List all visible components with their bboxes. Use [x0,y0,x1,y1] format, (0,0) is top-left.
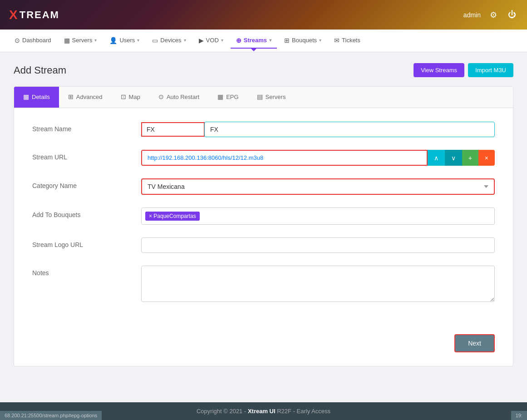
notes-textarea[interactable] [141,266,495,302]
footer-version-text: R22F - Early Access [277,408,330,415]
sidebar-item-users[interactable]: 👤 Users ▾ [104,33,145,49]
category-name-select[interactable]: TV Mexicana [141,178,495,195]
bouquet-tag-label: × PaqueCompartas [149,213,196,219]
stream-name-label: Stream Name [32,122,141,133]
add-to-bouquets-row: Add To Bouquets × PaqueCompartas [32,208,495,225]
url-remove-button[interactable]: × [478,150,495,166]
category-name-row: Category Name TV Mexicana [32,178,495,195]
stream-logo-url-input[interactable] [141,237,495,253]
nav-tickets-label: Tickets [342,37,360,44]
stream-name-highlight-box: FX [141,122,205,137]
stream-url-row: Stream URL http://192.168.200.136:8060/h… [32,150,495,166]
status-bar: 68.200.21:25500/stream.php#epg-options [0,411,102,420]
auto-restart-tab-icon: ⊙ [158,93,164,100]
nav-users-label: Users [119,37,135,44]
tab-map-label: Map [129,94,140,100]
main-content: Add Stream View Streams Import M3U ▦ Det… [0,52,527,377]
stream-url-control: http://192.168.200.136:8060/hls/12/12.m3… [141,150,495,166]
form-footer: Next [14,330,513,366]
power-icon[interactable]: ⏻ [506,8,518,21]
nav-servers-label: Servers [72,37,93,44]
dashboard-icon: ⊙ [15,37,20,44]
tab-details-label: Details [32,94,50,100]
vod-icon: ▶ [199,37,204,44]
streams-arrow: ▾ [269,38,271,43]
sidebar-item-bouquets[interactable]: ⊞ Bouquets ▾ [279,33,327,49]
tab-servers[interactable]: ▤ Servers [248,87,295,108]
bouquets-tags-container[interactable]: × PaqueCompartas [141,208,495,225]
stream-logo-url-label: Stream Logo URL [32,237,141,248]
page-actions: View Streams Import M3U [414,63,513,77]
footer-copyright: Copyright © 2021 - [197,408,248,415]
url-down-button[interactable]: ∨ [445,150,462,166]
tickets-icon: ✉ [334,37,340,44]
stream-url-input[interactable]: http://192.168.200.136:8060/hls/12/12.m3… [142,151,427,165]
stream-logo-url-control [141,237,495,253]
tab-epg[interactable]: ▦ EPG [208,87,247,108]
footer-brand: Xtream UI [248,408,276,415]
form-body: Stream Name FX Stream URL http [14,108,513,330]
servers-icon: ▦ [64,37,70,44]
stream-name-control: FX [141,122,495,137]
advanced-tab-icon: ⊞ [68,93,74,100]
nav-dashboard-label: Dashboard [22,37,51,44]
nav-devices-label: Devices [160,37,181,44]
time-display: 19: [511,411,527,420]
logo-x: X [9,8,19,22]
tab-servers-label: Servers [266,94,286,100]
view-streams-button[interactable]: View Streams [414,63,464,77]
bouquets-icon: ⊞ [284,37,290,44]
tab-details[interactable]: ▦ Details [14,87,59,108]
devices-arrow: ▾ [184,38,186,43]
header: X TREAM admin ⚙ ⏻ [0,0,527,30]
tab-map[interactable]: ⊡ Map [112,87,149,108]
epg-tab-icon: ▦ [217,93,223,100]
add-to-bouquets-control: × PaqueCompartas [141,208,495,225]
url-add-button[interactable]: + [462,150,478,166]
bouquet-tag[interactable]: × PaqueCompartas [145,212,200,221]
streams-dropdown-indicator [250,48,257,51]
notes-control [141,266,495,303]
tab-epg-label: EPG [226,94,238,100]
notes-row: Notes [32,266,495,303]
vod-arrow: ▾ [221,38,223,43]
import-m3u-button[interactable]: Import M3U [468,63,513,77]
users-icon: 👤 [109,37,117,44]
stream-url-label: Stream URL [32,150,141,161]
stream-name-highlight-value: FX [147,126,155,133]
url-btn-group: ∧ ∨ + × [428,150,495,166]
stream-url-row-inner: http://192.168.200.136:8060/hls/12/12.m3… [141,150,495,166]
next-button[interactable]: Next [454,334,495,352]
bouquets-arrow: ▾ [319,38,321,43]
main-nav: ⊙ Dashboard ▦ Servers ▾ 👤 Users ▾ ▭ Devi… [0,30,527,52]
sidebar-item-devices[interactable]: ▭ Devices ▾ [147,33,191,49]
stream-logo-url-row: Stream Logo URL [32,237,495,253]
form-card: ▦ Details ⊞ Advanced ⊡ Map ⊙ Auto Restar… [14,86,513,366]
sidebar-item-vod[interactable]: ▶ VOD ▾ [193,33,229,49]
servers-arrow: ▾ [94,38,97,43]
url-up-button[interactable]: ∧ [428,150,445,166]
category-name-control: TV Mexicana [141,178,495,195]
nav-streams-label: Streams [244,37,267,44]
details-tab-icon: ▦ [23,93,29,100]
sidebar-item-streams[interactable]: ⊕ Streams ▾ [231,33,277,49]
time-value: 19: [516,413,522,418]
stream-url-input-wrapper: http://192.168.200.136:8060/hls/12/12.m3… [141,150,428,166]
sidebar-item-tickets[interactable]: ✉ Tickets [329,33,366,49]
category-name-label: Category Name [32,178,141,189]
stream-name-input[interactable] [204,122,495,137]
header-right: admin ⚙ ⏻ [463,8,518,22]
tab-advanced[interactable]: ⊞ Advanced [59,87,112,108]
form-tabs: ▦ Details ⊞ Advanced ⊡ Map ⊙ Auto Restar… [14,87,513,108]
map-tab-icon: ⊡ [121,93,126,100]
page-title: Add Stream [14,64,66,76]
tab-advanced-label: Advanced [76,94,103,100]
tab-auto-restart[interactable]: ⊙ Auto Restart [149,87,208,108]
status-url: 68.200.21:25500/stream.php#epg-options [5,413,97,418]
sidebar-item-servers[interactable]: ▦ Servers ▾ [59,33,103,49]
admin-label: admin [463,11,481,19]
devices-icon: ▭ [152,37,158,44]
settings-icon[interactable]: ⚙ [488,8,499,22]
logo-text: TREAM [20,9,59,21]
sidebar-item-dashboard[interactable]: ⊙ Dashboard [9,33,57,49]
